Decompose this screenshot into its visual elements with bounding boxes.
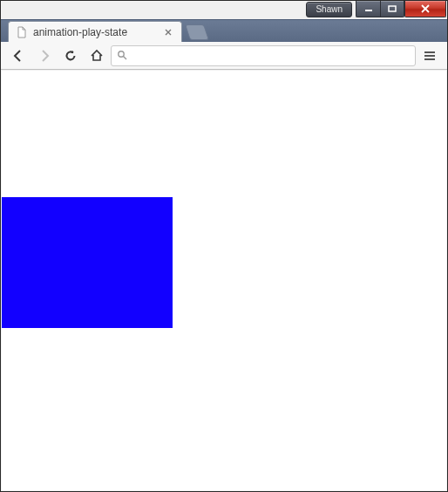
close-icon [420, 4, 431, 13]
hamburger-icon [424, 51, 436, 61]
home-button[interactable] [85, 44, 109, 67]
close-icon [165, 29, 172, 36]
minimize-icon [364, 5, 373, 12]
home-icon [90, 49, 104, 63]
tab-close-button[interactable] [162, 26, 174, 38]
back-button[interactable] [6, 44, 31, 67]
svg-rect-4 [424, 55, 435, 57]
search-icon [117, 48, 127, 64]
forward-button[interactable] [32, 44, 57, 67]
page-content [2, 71, 446, 490]
browser-tab[interactable]: animation-play-state [8, 21, 182, 42]
window-maximize-button[interactable] [380, 1, 404, 17]
arrow-right-icon [37, 49, 51, 63]
titlebar: Shawn [1, 1, 447, 19]
tab-title: animation-play-state [33, 26, 162, 38]
browser-window: Shawn animation-play-state [0, 0, 448, 492]
new-tab-button[interactable] [185, 24, 209, 40]
url-input[interactable] [132, 50, 410, 62]
menu-button[interactable] [417, 44, 442, 67]
svg-rect-1 [389, 6, 396, 11]
arrow-left-icon [11, 49, 25, 63]
tab-strip: animation-play-state [1, 19, 447, 42]
reload-button[interactable] [58, 44, 83, 67]
svg-rect-3 [424, 51, 435, 53]
window-close-button[interactable] [404, 1, 446, 17]
toolbar [1, 42, 447, 70]
svg-rect-5 [424, 58, 435, 60]
address-bar[interactable] [111, 45, 416, 66]
maximize-icon [388, 5, 397, 12]
animated-box [2, 197, 173, 328]
svg-point-2 [119, 51, 124, 56]
file-icon [16, 26, 28, 38]
window-minimize-button[interactable] [356, 1, 380, 17]
reload-icon [64, 49, 78, 63]
profile-badge[interactable]: Shawn [306, 2, 352, 17]
svg-rect-0 [365, 10, 372, 11]
